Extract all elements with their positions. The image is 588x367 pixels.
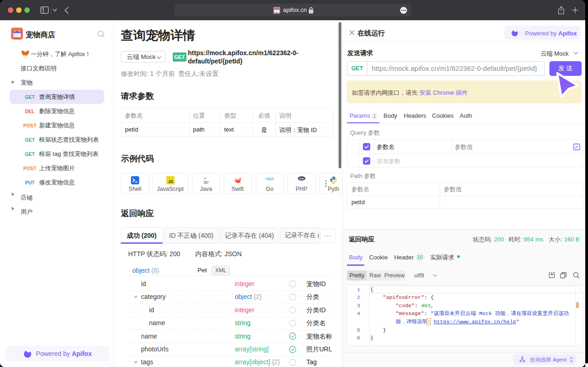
svg-text:JS: JS: [168, 179, 173, 184]
svg-text:GO: GO: [267, 176, 274, 181]
svg-text:php: php: [299, 177, 304, 180]
